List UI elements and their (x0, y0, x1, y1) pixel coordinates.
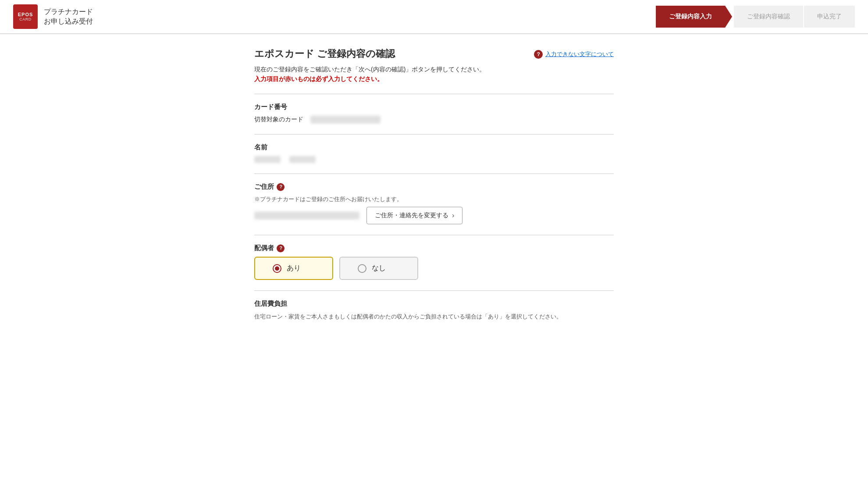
header-title: プラチナカード お申し込み受付 (44, 7, 93, 27)
name-label: 名前 (254, 143, 614, 152)
divider-1 (254, 94, 614, 94)
spouse-no-option[interactable]: なし (339, 257, 418, 280)
instruction-required: 入力項目が赤いものは必ず入力してください。 (254, 75, 614, 83)
card-number-label: カード番号 (254, 103, 614, 111)
header-left: EPOS CARD プラチナカード お申し込み受付 (13, 4, 93, 29)
housing-label: 住居費負担 (254, 300, 614, 308)
divider-5 (254, 290, 614, 291)
help-icon: ？ (534, 50, 543, 59)
name-last-masked (254, 156, 281, 163)
card-number-sub-label: 切替対象のカード (254, 116, 303, 123)
header-title-line2: お申し込み受付 (44, 17, 93, 26)
step-3-label: 申込完了 (817, 13, 842, 21)
address-section: ご住所 ？ ※プラチナカードはご登録のご住所へお届けいたします。 ご住所・連絡先… (254, 183, 614, 224)
step-2-label: ご登録内容確認 (747, 13, 790, 21)
divider-3 (254, 173, 614, 174)
help-link-area: ？ 入力できない文字について (534, 50, 614, 59)
logo-epos-text: EPOS (18, 12, 33, 17)
help-link[interactable]: 入力できない文字について (545, 50, 614, 58)
spouse-yes-radio[interactable] (273, 264, 281, 273)
address-masked (254, 212, 359, 219)
step-2[interactable]: ご登録内容確認 (734, 6, 803, 28)
spouse-no-radio[interactable] (358, 264, 366, 273)
address-help-icon[interactable]: ？ (277, 183, 285, 191)
change-address-button[interactable]: ご住所・連絡先を変更する › (366, 207, 462, 224)
header-title-line1: プラチナカード (44, 7, 93, 17)
divider-4 (254, 235, 614, 235)
spouse-yes-option[interactable]: あり (254, 257, 333, 280)
steps-nav: ご登録内容入力 ご登録内容確認 申込完了 (656, 6, 855, 28)
step-3[interactable]: 申込完了 (804, 6, 855, 28)
main-content: エポスカード ご登録内容の確認 ？ 入力できない文字について 現在のご登録内容を… (237, 34, 631, 358)
step-1[interactable]: ご登録内容入力 (656, 6, 725, 28)
spouse-help-icon[interactable]: ？ (277, 244, 285, 252)
change-address-label: ご住所・連絡先を変更する (375, 212, 448, 219)
name-section: 名前 (254, 143, 614, 163)
card-number-masked (310, 116, 381, 124)
step-1-label: ご登録内容入力 (669, 13, 712, 21)
name-first-masked (289, 156, 316, 163)
spouse-section: 配偶者 ？ あり なし (254, 244, 614, 280)
header: EPOS CARD プラチナカード お申し込み受付 ご登録内容入力 ご登録内容確… (0, 0, 868, 34)
arrow-right-icon: › (452, 212, 454, 219)
spouse-radio-group: あり なし (254, 257, 614, 280)
spouse-label: 配偶者 ？ (254, 244, 614, 252)
logo-card-text: CARD (19, 17, 32, 21)
divider-2 (254, 134, 614, 134)
spouse-yes-label: あり (287, 264, 301, 273)
address-label: ご住所 ？ (254, 183, 614, 191)
name-value (254, 156, 614, 163)
epos-logo: EPOS CARD (13, 4, 38, 29)
housing-section: 住居費負担 住宅ローン・家賃をご本人さまもしくは配偶者のかたの収入からご負担され… (254, 300, 614, 322)
card-number-value: 切替対象のカード (254, 116, 614, 124)
housing-note: 住宅ローン・家賃をご本人さまもしくは配偶者のかたの収入からご負担されている場合は… (254, 312, 614, 322)
instruction-text: 現在のご登録内容をご確認いただき「次へ(内容の確認)」ボタンを押してください。 (254, 66, 614, 74)
card-number-section: カード番号 切替対象のカード (254, 103, 614, 124)
address-note: ※プラチナカードはご登録のご住所へお届けいたします。 (254, 195, 614, 203)
spouse-no-label: なし (372, 264, 386, 273)
address-row: ご住所・連絡先を変更する › (254, 207, 614, 224)
